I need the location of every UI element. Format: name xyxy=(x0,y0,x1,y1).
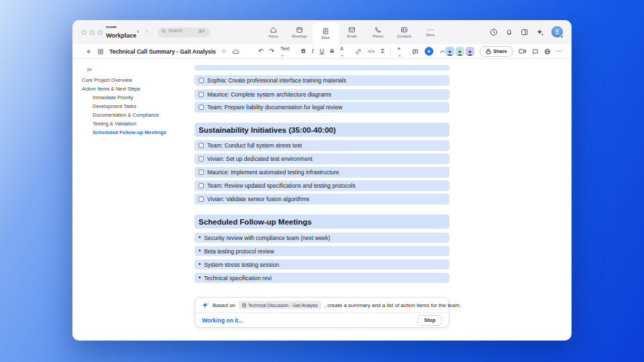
checkbox[interactable] xyxy=(199,78,204,83)
prompt-prefix: Based on xyxy=(213,302,235,308)
stop-button[interactable]: Stop xyxy=(417,315,442,326)
align-dropdown[interactable]: ≡ ⌄ xyxy=(397,46,406,58)
collaborator-avatar xyxy=(445,47,454,56)
redo-icon[interactable]: ↷ xyxy=(269,48,274,54)
checkbox[interactable] xyxy=(199,170,204,175)
user-avatar[interactable] xyxy=(551,26,563,38)
bullet-item[interactable]: • Security review with compliance team (… xyxy=(195,233,449,243)
text-color-dropdown[interactable]: A ⌄ xyxy=(340,46,349,58)
window-controls[interactable] xyxy=(82,30,103,35)
document-title: Technical Call Summary - Gait Analysis xyxy=(109,48,216,55)
underline-button[interactable]: U xyxy=(320,48,325,54)
presence-dot xyxy=(560,35,564,38)
checklist-item[interactable]: Maurice: Complete system architecture di… xyxy=(195,89,449,100)
tab-home[interactable]: Home xyxy=(260,20,286,44)
clipped-checklist-row xyxy=(195,65,449,70)
checklist-item[interactable]: Vivian: Set up dedicated test environmen… xyxy=(195,154,449,164)
sidebar-item-action-items[interactable]: Action Items & Next Steps xyxy=(82,86,140,92)
sidebar-item-scheduled-follow-up[interactable]: Scheduled Follow-up Meetings xyxy=(93,129,166,135)
bullet-glyph: • xyxy=(199,261,201,267)
comment-icon[interactable] xyxy=(412,48,419,55)
search-icon xyxy=(162,29,166,34)
zoom-window-button[interactable] xyxy=(98,30,103,35)
checkbox[interactable] xyxy=(199,105,204,110)
toolbar-divider xyxy=(390,48,391,55)
favorite-star-icon[interactable]: ☆ xyxy=(221,48,227,54)
bullet-item[interactable]: • System stress testing session xyxy=(195,259,449,269)
lock-icon xyxy=(486,48,491,54)
panel-toggle-icon[interactable] xyxy=(521,28,529,36)
checkbox[interactable] xyxy=(199,92,204,97)
collaborator-avatar xyxy=(466,47,474,56)
document-body: Sophia: Create professional interface tr… xyxy=(195,59,449,341)
italic-button[interactable]: I xyxy=(312,48,314,54)
search-placeholder: Search xyxy=(168,29,186,34)
undo-icon[interactable]: ↶ xyxy=(258,48,264,54)
toolbar-more-icon[interactable]: ⋯ xyxy=(556,48,562,54)
tab-email[interactable]: Email xyxy=(339,20,365,44)
collapse-toolbar-icon[interactable] xyxy=(439,50,445,54)
history-icon[interactable] xyxy=(490,28,498,36)
search-input[interactable]: Search ⌘F xyxy=(158,27,210,38)
checklist-item[interactable]: Team: Conduct full system stress test xyxy=(195,140,449,151)
collapse-sidebar-icon[interactable] xyxy=(87,67,93,72)
tab-more[interactable]: ⋯ More xyxy=(417,20,443,44)
code-block-icon[interactable]: </> xyxy=(368,48,375,54)
outline-sidebar: Core Project Overview Action Items & Nex… xyxy=(72,59,191,341)
share-button[interactable]: Share xyxy=(480,46,513,57)
video-camera-icon[interactable] xyxy=(519,48,527,54)
text-style-dropdown[interactable]: Text ⌄ xyxy=(280,46,295,58)
collaborator-avatars[interactable] xyxy=(445,47,474,56)
checklist-item[interactable]: Team: Prepare liability documentation fo… xyxy=(195,102,449,113)
link-icon[interactable] xyxy=(355,48,362,55)
chat-bubble-icon[interactable] xyxy=(532,48,539,55)
notifications-bell-icon[interactable] xyxy=(505,28,513,36)
zoom-workplace-logo: zoom Workplace xyxy=(106,25,136,40)
prompt-suffix: , create a summary and a list of action … xyxy=(325,302,462,308)
checklist-item[interactable]: Vivian: Validate sensor fusion algorithm… xyxy=(195,194,449,204)
ai-companion-panel: Based on Technical Discussion - Gait Ana… xyxy=(195,297,449,328)
bullet-item[interactable]: • Beta testing protocol review xyxy=(195,246,449,256)
bullet-glyph: • xyxy=(199,248,201,254)
tab-meetings[interactable]: Meetings xyxy=(286,20,313,44)
sidebar-item-documentation-compliance[interactable]: Documentation & Compliance xyxy=(93,112,159,118)
main-nav-tabs: Home Meetings Docs Email Phone Contacts xyxy=(260,20,443,44)
ai-status-text: Working on it... xyxy=(202,317,243,324)
checklist-item[interactable]: Maurice: Implement automated testing inf… xyxy=(195,167,449,178)
strikethrough-button[interactable]: S xyxy=(330,48,334,54)
close-window-button[interactable] xyxy=(82,30,87,35)
checklist-item[interactable]: Sophia: Create professional interface tr… xyxy=(195,75,449,86)
sidebar-item-immediate-priority[interactable]: Immediate Priority xyxy=(93,95,133,101)
checkbox[interactable] xyxy=(199,183,204,188)
forward-button[interactable]: › xyxy=(146,27,148,35)
app-top-bar: zoom Workplace ‹ › Search ⌘F Home Meetin… xyxy=(72,20,572,44)
source-doc-chip[interactable]: Technical Discussion - Gait Analysis xyxy=(239,301,321,309)
back-button[interactable]: ‹ xyxy=(137,27,139,35)
search-shortcut: ⌘F xyxy=(199,29,205,34)
tab-phone[interactable]: Phone xyxy=(365,20,391,44)
section-heading: Sustainability Initiatives (35:00-40:00) xyxy=(195,123,449,137)
sidebar-item-core-project-overview[interactable]: Core Project Overview xyxy=(82,77,132,83)
checkbox[interactable] xyxy=(199,156,204,162)
docs-home-icon[interactable] xyxy=(97,48,104,55)
bullet-glyph: • xyxy=(199,275,201,281)
globe-icon[interactable] xyxy=(544,48,551,55)
ai-companion-button[interactable] xyxy=(425,47,433,56)
checkbox[interactable] xyxy=(199,196,204,202)
zoom-workplace-window: zoom Workplace ‹ › Search ⌘F Home Meetin… xyxy=(72,20,572,341)
tab-contacts[interactable]: Contacts xyxy=(391,20,417,44)
formula-icon[interactable]: Σ xyxy=(381,48,385,54)
tab-docs[interactable]: Docs xyxy=(313,22,339,44)
sidebar-item-development-tasks[interactable]: Development Tasks xyxy=(93,103,136,109)
collaborator-avatar xyxy=(455,47,464,56)
checkbox[interactable] xyxy=(199,143,204,148)
back-arrow-icon[interactable] xyxy=(85,48,92,55)
bold-button[interactable]: B xyxy=(301,48,306,54)
minimize-window-button[interactable] xyxy=(90,30,95,35)
sidebar-item-testing-validation[interactable]: Testing & Validation xyxy=(93,121,136,127)
document-toolbar: Technical Call Summary - Gait Analysis ☆… xyxy=(72,44,572,59)
ai-companion-icon[interactable] xyxy=(536,28,544,36)
section-heading: Scheduled Follow-up Meetings xyxy=(195,215,449,229)
bullet-item[interactable]: • Technical specification revi xyxy=(195,273,449,283)
checklist-item[interactable]: Team: Review updated specifications and … xyxy=(195,180,449,191)
